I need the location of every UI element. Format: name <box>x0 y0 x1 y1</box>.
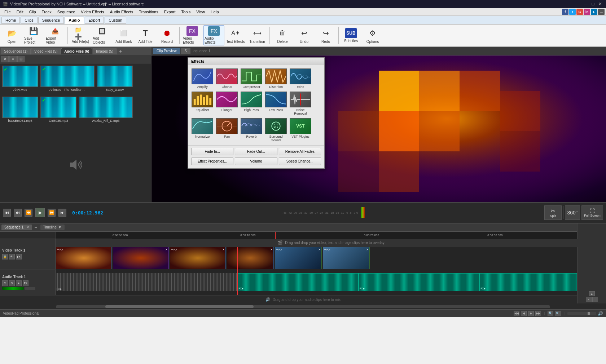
clip-preview-tab[interactable]: Clip Preview <box>153 48 180 54</box>
track-fx-btn[interactable]: FX <box>16 254 22 259</box>
open-button[interactable]: 📂 Open <box>1 25 22 45</box>
facebook-icon[interactable]: f <box>562 9 568 15</box>
skip-to-start-btn[interactable]: ⏮ <box>3 209 11 217</box>
menu-video-effects[interactable]: Video Effects <box>78 9 107 15</box>
effect-properties-btn[interactable]: Effect Properties... <box>191 157 233 165</box>
maximize-btn[interactable]: □ <box>590 1 596 7</box>
nav-tab-home[interactable]: Home <box>1 17 20 24</box>
effect-surround[interactable]: 5.1 Surround Sound <box>264 117 288 143</box>
menu-export[interactable]: Export <box>161 9 179 15</box>
tab-video-files[interactable]: Video Files (5) <box>31 48 61 54</box>
button-360[interactable]: 360° <box>565 205 580 220</box>
scrollbar-thumb[interactable] <box>105 305 254 308</box>
file-item[interactable]: Baby_D.wav <box>97 66 133 94</box>
zoom-out-btn[interactable]: - <box>592 297 598 302</box>
audio-fx-btn[interactable]: FX <box>23 280 28 286</box>
linkedin-icon[interactable]: L <box>591 9 597 15</box>
video-clip-3[interactable]: ✏FX ✕ <box>170 247 226 269</box>
nav-tab-custom[interactable]: Custom <box>105 17 126 24</box>
file-item[interactable]: ✓ AhHi.wav <box>2 66 38 94</box>
delete-file-btn[interactable]: ✕ <box>1 56 9 62</box>
volume-slider[interactable] <box>567 312 596 315</box>
video-clip-1[interactable]: ✏FX <box>56 247 112 269</box>
video-clip-4[interactable]: ✕ <box>227 247 274 269</box>
file-item[interactable]: Wakka_Riff_D.mp3 <box>79 97 133 125</box>
file-item[interactable]: ✓ GtrE035.mp3 <box>40 97 76 125</box>
effect-highpass[interactable]: High Pass <box>240 90 263 116</box>
effect-reverb[interactable]: Reverb <box>240 117 263 143</box>
effect-vst[interactable]: VST VST Plugins <box>289 117 312 143</box>
scrollbar-track[interactable] <box>56 305 550 308</box>
fast-forward-btn[interactable]: ⏩ <box>48 209 56 217</box>
redo-button[interactable]: ↪ Redo <box>315 25 336 45</box>
add-files-button[interactable]: 📁➕ Add File(s) <box>70 25 91 45</box>
track-eye-btn[interactable]: 👁 <box>9 254 15 259</box>
close-btn[interactable]: ✕ <box>597 1 603 7</box>
save-project-button[interactable]: 💾 Save Project <box>23 25 44 45</box>
file-item[interactable]: bassEm031.mp3 <box>2 97 38 125</box>
menu-tools[interactable]: Tools <box>179 9 194 15</box>
scroll-up-btn[interactable]: ▲ <box>589 291 595 296</box>
audio-pan[interactable] <box>25 287 35 290</box>
nav-tab-sequence[interactable]: Sequence <box>38 17 64 24</box>
delete-button[interactable]: 🗑 Delete <box>272 25 293 45</box>
video-clip-5[interactable]: ✏FX ✕ <box>275 247 322 269</box>
list-view-btn[interactable]: ≡ <box>9 56 17 62</box>
google-icon[interactable]: G <box>576 9 583 15</box>
transition-button[interactable]: ⟷ Transition <box>247 25 268 45</box>
subtitles-button[interactable]: SUB Subtitles <box>341 25 361 45</box>
nav-tab-audio[interactable]: Audio <box>65 17 84 24</box>
status-btn-3[interactable]: ▶ <box>528 311 534 316</box>
record-button[interactable]: ⏺ Record <box>157 25 177 45</box>
effect-compressor[interactable]: Compressor <box>240 67 263 90</box>
sequence-tab-1[interactable]: Sequence 1 ✕ <box>1 225 32 230</box>
menu-clip[interactable]: Clip <box>26 9 39 15</box>
add-objects-button[interactable]: 🔲 Add Objects <box>92 25 113 45</box>
more-social-icon[interactable]: … <box>598 9 605 15</box>
fade-in-btn[interactable]: Fade In... <box>191 148 233 155</box>
effect-distortion[interactable]: Distortion <box>264 67 288 90</box>
effect-chorus[interactable]: Chorus <box>215 67 239 90</box>
audio-mute-btn[interactable]: M <box>2 280 8 286</box>
menu-view[interactable]: View <box>193 9 208 15</box>
minimize-btn[interactable]: ─ <box>583 1 589 7</box>
zoom-in-btn[interactable]: + <box>586 297 592 302</box>
effect-normalize[interactable]: Normalize <box>190 117 214 143</box>
effect-echo[interactable]: Echo <box>289 67 312 90</box>
nav-tab-clips[interactable]: Clips <box>21 17 37 24</box>
speed-change-btn[interactable]: Speed Change... <box>279 157 321 165</box>
add-blank-button[interactable]: ⬜ Add Blank <box>113 25 134 45</box>
step-back-btn[interactable]: ⏭ <box>14 209 22 217</box>
track-lock-btn[interactable]: 🔒 <box>2 254 8 259</box>
fullscreen-button[interactable]: ⛶ Full Screen <box>581 205 603 220</box>
status-btn-2[interactable]: ◀ <box>521 311 527 316</box>
menu-track[interactable]: Track <box>39 9 54 15</box>
play-btn[interactable]: ▶ <box>35 208 45 217</box>
tab-audio-files[interactable]: Audio Files (6) <box>61 48 92 54</box>
export-video-button[interactable]: 📤 Export Video <box>45 25 66 45</box>
nav-tab-export[interactable]: Export <box>85 17 104 24</box>
status-btn-4[interactable]: ▶▶ <box>535 311 541 316</box>
remove-all-fades-btn[interactable]: Remove All Fades <box>279 148 321 155</box>
video-effects-button[interactable]: FX Video Effects <box>182 25 203 45</box>
add-title-button[interactable]: T Add Title <box>135 25 156 45</box>
menu-sequence[interactable]: Sequence <box>54 9 78 15</box>
menu-transitions[interactable]: Transitions <box>136 9 161 15</box>
sequence-tab[interactable]: S <box>181 48 191 54</box>
audio-clip-before[interactable]: FX▶ <box>56 273 237 291</box>
effect-equalizer[interactable]: Equalizer <box>190 90 214 116</box>
grid-view-btn[interactable]: ⊞ <box>17 56 25 62</box>
effect-lowpass[interactable]: Low Pass <box>264 90 288 116</box>
audio-fader[interactable] <box>2 287 24 290</box>
status-btn-1[interactable]: ◀◀ <box>514 311 519 316</box>
split-button[interactable]: ✂ Split <box>544 205 562 220</box>
tab-add[interactable]: + <box>117 48 124 55</box>
effect-noiseremoval[interactable]: Noise Removal <box>289 90 312 116</box>
effect-pan[interactable]: Pan <box>215 117 239 143</box>
speaker-icon[interactable]: 🔊 <box>598 311 603 316</box>
tab-images[interactable]: Images (5) <box>93 48 117 54</box>
sequence-add-btn[interactable]: + <box>33 225 39 230</box>
effect-amplify[interactable]: Amplify <box>190 67 214 90</box>
zoom-out-status-btn[interactable]: 🔍 <box>555 311 561 316</box>
text-effects-button[interactable]: A✦ Text Effects <box>225 25 246 45</box>
